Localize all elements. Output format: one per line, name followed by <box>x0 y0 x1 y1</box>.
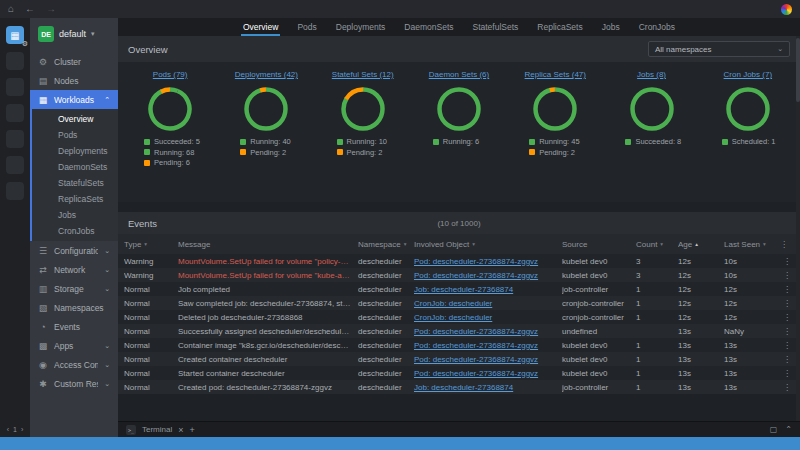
involved-object-link[interactable]: CronJob: descheduler <box>414 299 492 308</box>
table-row[interactable]: NormalContainer image "k8s.gcr.io/desche… <box>118 338 800 352</box>
event-type: Warning <box>124 271 178 280</box>
sidebar-subitem-jobs[interactable]: Jobs <box>32 207 118 223</box>
tab-cronjobs[interactable]: CronJobs <box>637 23 677 37</box>
workload-chart-link[interactable]: Replica Sets (47) <box>525 70 586 79</box>
sidebar-item-network[interactable]: ⇄Network⌄ <box>30 260 118 279</box>
sidebar-nav: ⚙Cluster▤Nodes▦Workloads⌃OverviewPodsDep… <box>30 52 118 393</box>
sidebar-subitem-overview[interactable]: Overview <box>32 111 118 127</box>
sidebar-item-namespaces[interactable]: ▧Namespaces <box>30 298 118 317</box>
prev-page-icon[interactable]: ‹ <box>7 426 9 433</box>
tab-statefulsets[interactable]: StatefulSets <box>471 23 521 37</box>
sidebar-item-configuration[interactable]: ☰Configuration⌄ <box>30 241 118 260</box>
workload-chart-link[interactable]: Deployments (42) <box>235 70 298 79</box>
sidebar-item-events[interactable]: ◔Events <box>30 317 118 336</box>
column-header-source[interactable]: Source <box>562 240 636 249</box>
involved-object-link[interactable]: Pod: descheduler-27368874-zggvz <box>414 341 538 350</box>
back-icon[interactable]: ← <box>25 4 35 14</box>
cluster-tile[interactable] <box>6 130 24 148</box>
cluster-tile[interactable] <box>6 78 24 96</box>
row-menu-icon[interactable]: ⋮ <box>780 313 794 322</box>
row-menu-icon[interactable]: ⋮ <box>780 271 794 280</box>
row-menu-icon[interactable]: ⋮ <box>780 285 794 294</box>
sidebar-item-nodes[interactable]: ▤Nodes <box>30 71 118 90</box>
sidebar-item-storage[interactable]: ▥Storage⌄ <box>30 279 118 298</box>
scrollbar-thumb[interactable] <box>796 38 800 102</box>
involved-object-link[interactable]: Pod: descheduler-27368874-zggvz <box>414 271 538 280</box>
cluster-selector[interactable]: DE default ▾ <box>30 18 118 52</box>
expand-terminal-icon[interactable]: ▢ <box>770 425 778 434</box>
workload-chart-link[interactable]: Pods (79) <box>153 70 188 79</box>
legend-item: Running: 68 <box>144 149 218 157</box>
tab-replicasets[interactable]: ReplicaSets <box>535 23 584 37</box>
cluster-tile[interactable] <box>6 182 24 200</box>
scrollbar[interactable] <box>796 36 800 421</box>
sidebar-subitem-daemonsets[interactable]: DaemonSets <box>32 159 118 175</box>
table-row[interactable]: NormalStarted container deschedulerdesch… <box>118 366 800 380</box>
column-header-involved-object[interactable]: Involved Object▾ <box>414 240 562 249</box>
table-row[interactable]: NormalSuccessfully assigned descheduler/… <box>118 324 800 338</box>
workload-chart-link[interactable]: Jobs (8) <box>637 70 666 79</box>
column-header-type[interactable]: Type▾ <box>124 240 178 249</box>
next-page-icon[interactable]: › <box>21 426 23 433</box>
workload-chart-link[interactable]: Cron Jobs (7) <box>724 70 772 79</box>
sidebar-subitem-pods[interactable]: Pods <box>32 127 118 143</box>
row-menu-icon[interactable]: ⋮ <box>780 257 794 266</box>
close-icon[interactable]: × <box>178 425 183 435</box>
cluster-tile[interactable] <box>6 156 24 174</box>
tab-jobs[interactable]: Jobs <box>600 23 622 37</box>
row-menu-icon[interactable]: ⋮ <box>780 327 794 336</box>
sidebar-subitem-replicasets[interactable]: ReplicaSets <box>32 191 118 207</box>
row-menu-icon[interactable]: ⋮ <box>780 369 794 378</box>
table-row[interactable]: WarningMountVolume.SetUp failed for volu… <box>118 254 800 268</box>
column-header-message[interactable]: Message <box>178 240 358 249</box>
collapse-terminal-icon[interactable]: ⌃ <box>785 425 792 434</box>
row-menu-icon[interactable]: ⋮ <box>780 383 794 392</box>
sidebar-subitem-cronjobs[interactable]: CronJobs <box>32 223 118 239</box>
active-cluster-icon[interactable]: ▦ ⚙ <box>6 26 24 44</box>
chevron-down-icon: ⌄ <box>104 342 110 350</box>
workload-chart-link[interactable]: Stateful Sets (12) <box>332 70 394 79</box>
table-row[interactable]: NormalSaw completed job: descheduler-273… <box>118 296 800 310</box>
workload-chart-link[interactable]: Daemon Sets (6) <box>429 70 489 79</box>
user-avatar[interactable] <box>781 4 792 15</box>
terminal-tab-label[interactable]: Terminal <box>142 425 172 434</box>
tab-overview[interactable]: Overview <box>241 23 280 37</box>
new-terminal-icon[interactable]: + <box>190 425 195 435</box>
sidebar-item-workloads[interactable]: ▦Workloads⌃ <box>30 90 118 109</box>
involved-object-link[interactable]: CronJob: descheduler <box>414 313 492 322</box>
tab-deployments[interactable]: Deployments <box>334 23 388 37</box>
sidebar-item-cluster[interactable]: ⚙Cluster <box>30 52 118 71</box>
column-header-count[interactable]: Count▾ <box>636 240 678 249</box>
involved-object-link[interactable]: Job: descheduler-27368874 <box>414 383 513 392</box>
sidebar-item-access-control[interactable]: ◉Access Control⌄ <box>30 355 118 374</box>
table-row[interactable]: WarningMountVolume.SetUp failed for volu… <box>118 268 800 282</box>
involved-object-link[interactable]: Pod: descheduler-27368874-zggvz <box>414 355 538 364</box>
forward-icon[interactable]: → <box>46 4 56 14</box>
cluster-tile[interactable] <box>6 52 24 70</box>
row-menu-icon[interactable]: ⋮ <box>780 341 794 350</box>
namespace-select[interactable]: All namespaces ⌄ <box>648 41 790 57</box>
home-icon[interactable]: ⌂ <box>8 4 14 14</box>
table-row[interactable]: NormalCreated container deschedulerdesch… <box>118 352 800 366</box>
column-header-age[interactable]: Age▴ <box>678 240 724 249</box>
sidebar-item-apps[interactable]: ▩Apps⌄ <box>30 336 118 355</box>
tab-daemonsets[interactable]: DaemonSets <box>402 23 455 37</box>
table-row[interactable]: NormalJob completeddeschedulerJob: desch… <box>118 282 800 296</box>
involved-object-link[interactable]: Pod: descheduler-27368874-zggvz <box>414 369 538 378</box>
involved-object-link[interactable]: Job: descheduler-27368874 <box>414 285 513 294</box>
sidebar-item-label: Cluster <box>54 57 110 67</box>
column-header-last-seen[interactable]: Last Seen▾ <box>724 240 780 249</box>
cluster-tile[interactable] <box>6 104 24 122</box>
involved-object-link[interactable]: Pod: descheduler-27368874-zggvz <box>414 257 538 266</box>
tab-pods[interactable]: Pods <box>295 23 318 37</box>
sidebar-subitem-deployments[interactable]: Deployments <box>32 143 118 159</box>
sidebar-item-custom-resources[interactable]: ✱Custom Resources⌄ <box>30 374 118 393</box>
involved-object-link[interactable]: Pod: descheduler-27368874-zggvz <box>414 327 538 336</box>
column-menu-icon[interactable]: ⋮ <box>780 240 794 249</box>
column-header-namespace[interactable]: Namespace▾ <box>358 240 414 249</box>
table-row[interactable]: NormalDeleted job descheduler-27368868de… <box>118 310 800 324</box>
row-menu-icon[interactable]: ⋮ <box>780 355 794 364</box>
sidebar-subitem-statefulsets[interactable]: StatefulSets <box>32 175 118 191</box>
row-menu-icon[interactable]: ⋮ <box>780 299 794 308</box>
table-row[interactable]: NormalCreated pod: descheduler-27368874-… <box>118 380 800 394</box>
